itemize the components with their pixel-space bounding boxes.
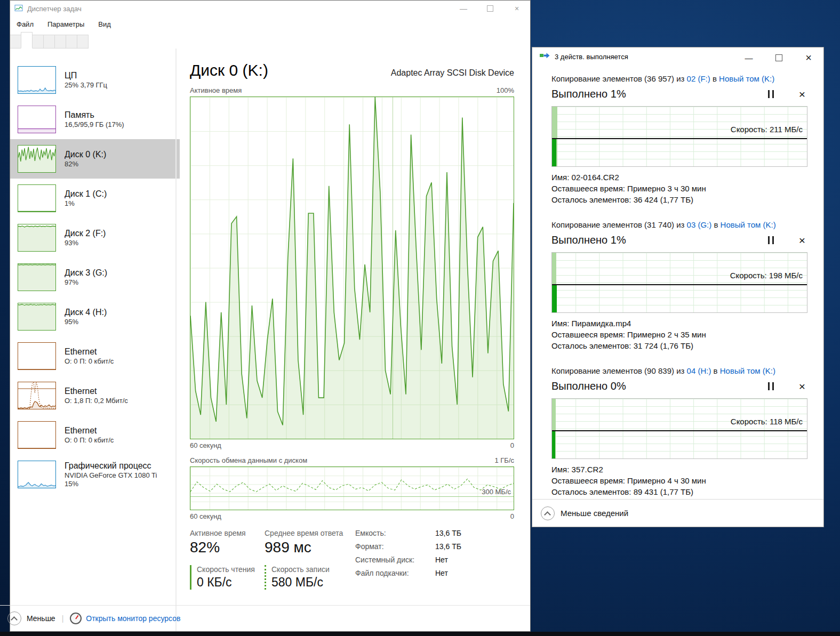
sidebar-item[interactable]: Ethernet О: 1,8 П: 0,2 Мбит/с	[10, 376, 180, 415]
tab[interactable]	[21, 32, 33, 49]
sidebar-item-detail: 1%	[65, 199, 107, 208]
pause-button[interactable]	[767, 236, 775, 244]
copy-job: Копирование элементов (31 740) из 03 (G:…	[551, 220, 807, 351]
copy-job-progress-row: Выполнено 0% ×	[551, 380, 807, 392]
window-title: Диспетчер задач	[27, 5, 82, 13]
sidebar-item-thumbnail	[18, 461, 56, 488]
sidebar-item[interactable]: Диск 3 (G:) 97%	[10, 257, 180, 297]
copy-job: Копирование элементов (36 957) из 02 (F:…	[551, 74, 807, 205]
tab[interactable]	[77, 35, 89, 49]
tm-window-controls: — ×	[450, 1, 530, 17]
tm-tab-strip	[10, 31, 530, 49]
copy-job-progress-row: Выполнено 1% ×	[551, 88, 807, 100]
source-drive-link[interactable]: 04 (H:)	[687, 366, 711, 375]
sidebar-item-thumbnail	[18, 106, 56, 133]
sidebar-item[interactable]: ЦП 25% 3,79 ГГц	[10, 60, 180, 100]
source-drive-link[interactable]: 03 (G:)	[687, 220, 712, 229]
items-remaining-line: Осталось элементов: 31 724 (1,76 ТБ)	[551, 340, 807, 351]
copy-speed-label: Скорость: 118 МБ/с	[731, 417, 803, 426]
write-speed-value: 580 МБ/с	[271, 575, 355, 590]
copy-job-details: Имя: 357.CR2 Оставшееся время: Примерно …	[551, 464, 807, 497]
copy-speed-chart: Скорость: 198 МБ/с	[551, 252, 807, 313]
sidebar-item[interactable]: Память 16,5/95,9 ГБ (17%)	[10, 100, 180, 139]
sidebar-item[interactable]: Графический процесс NVIDIA GeForce GTX 1…	[10, 455, 180, 494]
sidebar-item-name: Диск 2 (F:)	[65, 228, 106, 239]
items-remaining-line: Осталось элементов: 89 431 (1,77 ТБ)	[551, 486, 807, 497]
close-button[interactable]: ×	[794, 49, 823, 67]
sidebar-item-thumbnail	[18, 184, 56, 212]
sidebar-item-thumbnail	[18, 66, 56, 94]
write-speed-label: Скорость записи	[271, 565, 355, 574]
taskbar[interactable]	[0, 632, 840, 636]
sidebar-item-text: Диск 0 (K:) 82%	[65, 149, 106, 168]
sidebar-item-text: Память 16,5/95,9 ГБ (17%)	[65, 110, 124, 129]
time-remaining-line: Оставшееся время: Примерно 4 ч 30 мин	[551, 475, 807, 486]
tm-titlebar: Диспетчер задач — ×	[10, 1, 530, 17]
tab[interactable]	[55, 35, 66, 49]
performance-sidebar: ЦП 25% 3,79 ГГц Память 16,5/95,9 ГБ (17%…	[10, 49, 180, 631]
chart1-axis-row: 60 секунд 0	[190, 441, 514, 449]
pause-button[interactable]	[767, 382, 775, 390]
source-drive-link[interactable]: 02 (F:)	[687, 74, 710, 83]
tab[interactable]	[44, 35, 55, 49]
sidebar-item[interactable]: Диск 0 (K:) 82%	[10, 139, 180, 179]
copy-dialog-window-controls: — ×	[734, 49, 823, 65]
scale-marker-label: 300 МБ/с	[482, 488, 511, 496]
destination-drive-link[interactable]: Новый том (K:)	[719, 74, 774, 83]
fewer-details-button[interactable]: Меньше сведений	[561, 509, 628, 518]
copy-job-header: Копирование элементов (31 740) из 03 (G:…	[551, 220, 807, 229]
active-time-stat-label: Активное время	[190, 529, 265, 537]
active-time-chart	[190, 96, 514, 439]
sidebar-item-detail: 95%	[65, 318, 107, 326]
menu-view[interactable]: Вид	[98, 20, 111, 28]
sidebar-item-thumbnail	[18, 263, 56, 291]
tm-menubar: Файл Параметры Вид	[10, 17, 530, 31]
destination-drive-link[interactable]: Новый том (K:)	[721, 220, 776, 229]
sidebar-item[interactable]: Диск 2 (F:) 93%	[10, 218, 180, 257]
property-key: Системный диск:	[355, 556, 435, 564]
stat-col-response: Среднее время ответа 989 мс Скорость зап…	[265, 529, 355, 590]
read-speed-box: Скорость чтения 0 КБ/с	[190, 565, 265, 590]
maximize-button[interactable]	[477, 1, 503, 17]
sidebar-item[interactable]: Ethernet О: 0 П: 0 кбит/с	[10, 415, 180, 455]
pause-button[interactable]	[767, 90, 775, 98]
minimize-button[interactable]: —	[734, 49, 764, 67]
sidebar-item[interactable]: Диск 1 (C:) 1%	[10, 179, 180, 218]
sidebar-item-text: Графический процесс NVIDIA GeForce GTX 1…	[65, 461, 157, 489]
cancel-copy-button[interactable]: ×	[799, 381, 805, 392]
sidebar-item-thumbnail	[18, 145, 56, 173]
cancel-copy-button[interactable]: ×	[799, 88, 805, 100]
fewer-details-button[interactable]: Меньше	[27, 614, 55, 623]
close-button[interactable]: ×	[503, 1, 530, 17]
destination-drive-link[interactable]: Новый том (K:)	[720, 366, 775, 375]
tab[interactable]	[66, 35, 77, 49]
disk-stats: Активное время 82% Скорость чтения 0 КБ/…	[190, 529, 514, 590]
main-header: Диск 0 (K:) Adaptec Array SCSI Disk Devi…	[190, 61, 514, 79]
tm-footer: Меньше | Открыть монитор ресурсов	[0, 605, 530, 631]
minimize-button[interactable]: —	[450, 1, 477, 17]
menu-options[interactable]: Параметры	[47, 20, 84, 28]
copy-speed-chart: Скорость: 211 МБ/с	[551, 106, 807, 167]
sidebar-item[interactable]: Ethernet О: 0 П: 0 кбит/с	[10, 336, 180, 376]
sidebar-item-detail: 25% 3,79 ГГц	[65, 81, 107, 90]
maximize-button[interactable]	[764, 49, 794, 67]
copy-dialog-title: 3 действ. выполняется	[555, 53, 628, 61]
transfer-rate-label-row: Скорость обмена данными с диском 1 ГБ/с	[190, 456, 514, 464]
open-resource-monitor-link[interactable]: Открыть монитор ресурсов	[86, 614, 180, 623]
sidebar-item-text: Ethernet О: 1,8 П: 0,2 Мбит/с	[65, 386, 128, 405]
chart2-max-label: 1 ГБ/с	[494, 456, 514, 464]
write-speed-box: Скорость записи 580 МБ/с	[265, 565, 355, 590]
collapse-icon[interactable]	[541, 506, 555, 520]
collapse-icon[interactable]	[7, 611, 21, 625]
sidebar-item[interactable]: Диск 4 (H:) 95%	[10, 297, 180, 336]
cancel-copy-button[interactable]: ×	[799, 235, 805, 246]
chart1-label: Активное время	[190, 86, 242, 94]
sidebar-item-name: Диск 3 (G:)	[65, 268, 107, 278]
copy-speed-label: Скорость: 211 МБ/с	[731, 125, 803, 134]
task-manager-window: Диспетчер задач — × Файл Параметры Вид	[10, 0, 531, 632]
tab[interactable]	[10, 35, 21, 49]
sidebar-item-detail: 15%	[65, 480, 157, 488]
menu-file[interactable]: Файл	[17, 20, 34, 28]
tab[interactable]	[33, 35, 44, 49]
copy-dialog-titlebar: 3 действ. выполняется — ×	[532, 47, 823, 66]
